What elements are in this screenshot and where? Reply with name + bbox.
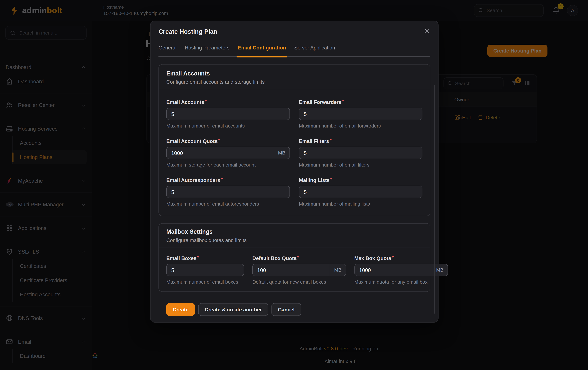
field-label: Mailing Lists bbox=[299, 178, 332, 183]
field-helper: Maximum number of email boxes bbox=[166, 279, 244, 285]
field-helper: Maximum quota for any email box bbox=[354, 279, 448, 285]
email-autoresponders-input[interactable] bbox=[167, 186, 290, 198]
field-default-box-quota: Default Box Quota MB Default quota for n… bbox=[252, 255, 346, 285]
field-helper: Maximum number of email autoresponders bbox=[166, 201, 290, 207]
field-helper: Default quota for new email boxes bbox=[252, 279, 346, 285]
field-label: Email Autoresponders bbox=[166, 178, 223, 183]
field-email-account-quota: Email Account Quota MB Maximum storage f… bbox=[166, 138, 290, 168]
close-icon[interactable] bbox=[423, 28, 430, 35]
tab-hosting-parameters[interactable]: Hosting Parameters bbox=[185, 43, 230, 56]
tab-general[interactable]: General bbox=[158, 43, 177, 56]
create-and-create-another-button[interactable]: Create & create another bbox=[198, 303, 268, 316]
field-email-forwarders: Email Forwarders Maximum number of email… bbox=[299, 99, 422, 129]
modal-actions: Create Create & create another Cancel bbox=[166, 303, 422, 316]
max-box-quota-input[interactable] bbox=[355, 264, 431, 276]
tab-server-application[interactable]: Server Application bbox=[294, 43, 335, 56]
section-subtitle: Configure mailbox quotas and limits bbox=[166, 238, 422, 243]
modal-body: Email Accounts Configure email accounts … bbox=[151, 57, 438, 316]
section-header: Email Accounts Configure email accounts … bbox=[159, 65, 430, 90]
email-account-quota-input[interactable] bbox=[167, 147, 273, 159]
section-fields: Email Accounts Maximum number of email a… bbox=[159, 90, 430, 216]
section-subtitle: Configure email accounts and storage lim… bbox=[166, 79, 422, 85]
modal-title: Create Hosting Plan bbox=[158, 28, 217, 35]
mailbox-settings-section: Mailbox Settings Configure mailbox quota… bbox=[158, 223, 430, 292]
field-label: Email Account Quota bbox=[166, 139, 220, 144]
unit-suffix: MB bbox=[330, 264, 346, 276]
field-helper: Maximum number of email accounts bbox=[166, 123, 290, 129]
section-title: Mailbox Settings bbox=[166, 229, 422, 235]
field-helper: Maximum number of email forwarders bbox=[299, 123, 422, 129]
field-label: Email Forwarders bbox=[299, 100, 344, 105]
field-email-accounts: Email Accounts Maximum number of email a… bbox=[166, 99, 290, 129]
section-fields: Email Boxes Maximum number of email boxe… bbox=[159, 248, 430, 291]
modal-tabs: General Hosting Parameters Email Configu… bbox=[158, 43, 430, 57]
field-email-filters: Email Filters Maximum number of email fi… bbox=[299, 138, 422, 168]
create-hosting-plan-modal: Create Hosting Plan General Hosting Para… bbox=[150, 20, 439, 322]
email-accounts-section: Email Accounts Configure email accounts … bbox=[158, 64, 430, 216]
field-label: Email Accounts bbox=[166, 100, 207, 105]
email-accounts-input[interactable] bbox=[167, 108, 290, 120]
cancel-button[interactable]: Cancel bbox=[272, 303, 301, 316]
email-boxes-input[interactable] bbox=[167, 264, 244, 276]
field-helper: Maximum number of mailing lists bbox=[299, 201, 422, 207]
modal-scrollbar[interactable] bbox=[434, 85, 435, 314]
unit-suffix: MB bbox=[273, 147, 290, 159]
app-root: adminbolt Hostname 157-180-40-140.mybolt… bbox=[0, 0, 588, 370]
section-header: Mailbox Settings Configure mailbox quota… bbox=[159, 224, 430, 248]
mailing-lists-input[interactable] bbox=[299, 186, 422, 198]
tab-email-configuration[interactable]: Email Configuration bbox=[238, 43, 286, 56]
email-filters-input[interactable] bbox=[299, 147, 422, 159]
field-helper: Maximum storage for each email account bbox=[166, 162, 290, 168]
field-label: Max Box Quota bbox=[354, 256, 394, 261]
section-title: Email Accounts bbox=[166, 70, 422, 77]
field-helper: Maximum number of email filters bbox=[299, 162, 422, 168]
field-max-box-quota: Max Box Quota MB Maximum quota for any e… bbox=[354, 255, 448, 285]
field-label: Email Boxes bbox=[166, 256, 199, 261]
modal-header: Create Hosting Plan bbox=[151, 21, 438, 35]
field-label: Default Box Quota bbox=[252, 256, 299, 261]
field-email-boxes: Email Boxes Maximum number of email boxe… bbox=[166, 255, 244, 285]
default-box-quota-input[interactable] bbox=[253, 264, 330, 276]
create-button[interactable]: Create bbox=[166, 303, 195, 316]
email-forwarders-input[interactable] bbox=[299, 108, 422, 120]
field-label: Email Filters bbox=[299, 139, 331, 144]
field-mailing-lists: Mailing Lists Maximum number of mailing … bbox=[299, 177, 422, 207]
field-email-autoresponders: Email Autoresponders Maximum number of e… bbox=[166, 177, 290, 207]
